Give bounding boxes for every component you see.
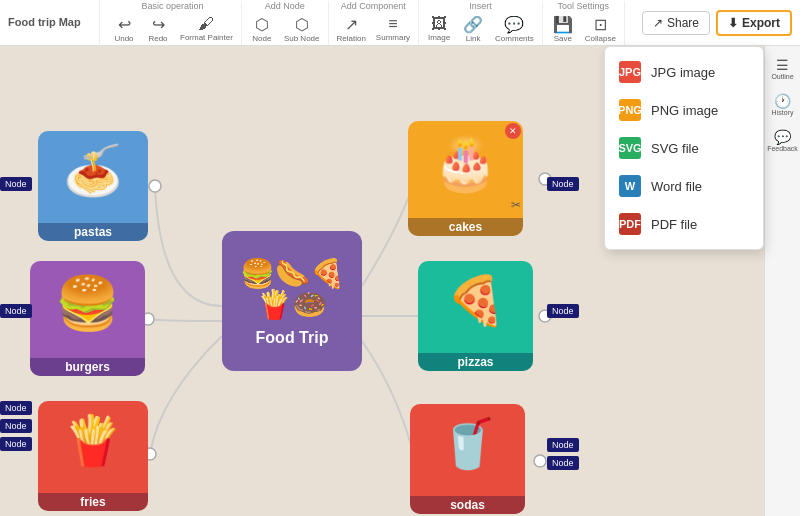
burgers-node[interactable]: 🍔 burgers: [30, 261, 145, 376]
export-label: Export: [742, 16, 780, 30]
add-node-items: ⬡ Node ⬡ Sub Node: [246, 13, 324, 45]
redo-button[interactable]: ↪ Redo: [142, 13, 174, 45]
relation-button[interactable]: ↗ Relation: [333, 13, 370, 45]
sidebar-outline[interactable]: ☰ Outline: [769, 54, 797, 82]
history-icon: 🕐: [774, 93, 791, 109]
export-arrow-icon: ⬇: [728, 16, 738, 30]
scissors-icon[interactable]: ✂: [511, 198, 521, 212]
tool-settings-label: Tool Settings: [558, 1, 610, 11]
relation-icon: ↗: [345, 15, 358, 34]
right-sidebar: ☰ Outline 🕐 History 💬 Feedback: [764, 46, 800, 516]
fries-node[interactable]: 🍟 fries: [38, 401, 148, 511]
pizzas-node[interactable]: 🍕 pizzas: [418, 261, 533, 371]
cakes-node[interactable]: ✕ 🎂 cakes ✂: [408, 121, 523, 236]
summary-icon: ≡: [388, 15, 397, 33]
toolbar-group-basic: Basic operation ↩ Undo ↪ Redo 🖌 Format P…: [104, 1, 242, 45]
feedback-label: Feedback: [767, 145, 798, 152]
word-icon: W: [619, 175, 641, 197]
toolbar-groups: Basic operation ↩ Undo ↪ Redo 🖌 Format P…: [100, 1, 634, 45]
export-button[interactable]: ⬇ Export: [716, 10, 792, 36]
cakes-close-button[interactable]: ✕: [505, 123, 521, 139]
pdf-label: PDF file: [651, 217, 697, 232]
center-node-label: Food Trip: [256, 329, 329, 347]
add-node-label: Add Node: [265, 1, 305, 11]
burgers-label: burgers: [30, 358, 145, 376]
app-logo: Food trip Map: [0, 0, 100, 46]
sodas-node[interactable]: 🥤 sodas: [410, 404, 525, 514]
sidebar-history[interactable]: 🕐 History: [769, 90, 797, 118]
feedback-icon: 💬: [774, 129, 791, 145]
comments-icon: 💬: [504, 15, 524, 34]
comments-button[interactable]: 💬 Comments: [491, 13, 538, 45]
history-label: History: [772, 109, 794, 116]
export-jpg-item[interactable]: JPG JPG image: [605, 53, 763, 91]
collapse-button[interactable]: ⊡ Collapse: [581, 13, 620, 45]
sidebar-feedback[interactable]: 💬 Feedback: [769, 126, 797, 154]
collapse-icon: ⊡: [594, 15, 607, 34]
toolbar-group-tool-settings: Tool Settings 💾 Save ⊡ Collapse: [543, 1, 625, 45]
png-icon: PNG: [619, 99, 641, 121]
toolbar: Food trip Map Basic operation ↩ Undo ↪ R…: [0, 0, 800, 46]
share-label: Share: [667, 16, 699, 30]
insert-items: 🖼 Image 🔗 Link 💬 Comments: [423, 13, 538, 45]
toolbar-group-insert: Insert 🖼 Image 🔗 Link 💬 Comments: [419, 1, 543, 45]
svg-label: SVG file: [651, 141, 699, 156]
sub-node-icon: ⬡: [295, 15, 309, 34]
svg-point-0: [149, 180, 161, 192]
export-word-item[interactable]: W Word file: [605, 167, 763, 205]
image-button[interactable]: 🖼 Image: [423, 13, 455, 44]
node-badge-burgers[interactable]: Node: [0, 304, 32, 318]
basic-op-items: ↩ Undo ↪ Redo 🖌 Format Painter: [108, 13, 237, 45]
share-button[interactable]: ↗ Share: [642, 11, 710, 35]
toolbar-group-add-node: Add Node ⬡ Node ⬡ Sub Node: [242, 1, 329, 45]
node-badge-cakes[interactable]: Node: [547, 177, 579, 191]
toolbar-group-add-component: Add Component ↗ Relation ≡ Summary: [329, 1, 420, 45]
svg-point-5: [534, 455, 546, 467]
export-pdf-item[interactable]: PDF PDF file: [605, 205, 763, 243]
node-badge-sodas-2[interactable]: Node: [547, 456, 579, 470]
node-badge-fries-3[interactable]: Node: [0, 437, 32, 451]
app-title: Food trip Map: [8, 16, 81, 29]
tool-settings-items: 💾 Save ⊡ Collapse: [547, 13, 620, 45]
export-svg-item[interactable]: SVG SVG file: [605, 129, 763, 167]
undo-button[interactable]: ↩ Undo: [108, 13, 140, 45]
redo-icon: ↪: [152, 15, 165, 34]
summary-button[interactable]: ≡ Summary: [372, 13, 414, 44]
share-icon: ↗: [653, 16, 663, 30]
outline-label: Outline: [771, 73, 793, 80]
node-icon: ⬡: [255, 15, 269, 34]
pizzas-label: pizzas: [418, 353, 533, 371]
fries-label: fries: [38, 493, 148, 511]
sodas-label: sodas: [410, 496, 525, 514]
toolbar-right: ↗ Share ⬇ Export: [634, 10, 800, 36]
format-painter-button[interactable]: 🖌 Format Painter: [176, 13, 237, 44]
link-icon: 🔗: [463, 15, 483, 34]
node-badge-fries-1[interactable]: Node: [0, 401, 32, 415]
pdf-icon: PDF: [619, 213, 641, 235]
basic-op-label: Basic operation: [141, 1, 203, 11]
save-button[interactable]: 💾 Save: [547, 13, 579, 45]
png-label: PNG image: [651, 103, 718, 118]
link-button[interactable]: 🔗 Link: [457, 13, 489, 45]
word-label: Word file: [651, 179, 702, 194]
add-component-label: Add Component: [341, 1, 406, 11]
sub-node-button[interactable]: ⬡ Sub Node: [280, 13, 324, 45]
format-painter-icon: 🖌: [198, 15, 214, 33]
image-icon: 🖼: [431, 15, 447, 33]
export-dropdown: JPG JPG image PNG PNG image SVG SVG file…: [604, 46, 764, 250]
node-badge-fries-2[interactable]: Node: [0, 419, 32, 433]
node-badge-pastas[interactable]: Node: [0, 177, 32, 191]
pastas-node[interactable]: 🍝 pastas: [38, 131, 148, 241]
insert-label: Insert: [469, 1, 492, 11]
jpg-icon: JPG: [619, 61, 641, 83]
jpg-label: JPG image: [651, 65, 715, 80]
node-badge-sodas-1[interactable]: Node: [547, 438, 579, 452]
pastas-label: pastas: [38, 223, 148, 241]
node-badge-pizzas[interactable]: Node: [547, 304, 579, 318]
cakes-label: cakes: [408, 218, 523, 236]
add-component-items: ↗ Relation ≡ Summary: [333, 13, 415, 45]
node-button[interactable]: ⬡ Node: [246, 13, 278, 45]
center-node[interactable]: 🍔🌭🍕🍟🍩 Food Trip: [222, 231, 362, 371]
outline-icon: ☰: [776, 57, 789, 73]
export-png-item[interactable]: PNG PNG image: [605, 91, 763, 129]
